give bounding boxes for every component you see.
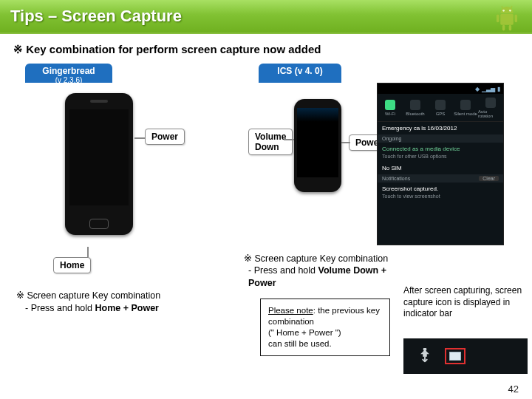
- connector: [284, 139, 294, 140]
- svg-line-8: [511, 6, 512, 9]
- shade-toggles: Wi-Fi Bluetooth GPS Silent mode Auto rot…: [378, 94, 503, 122]
- page-title: Tips – Screen Capture: [10, 7, 182, 26]
- svg-rect-1: [497, 15, 499, 23]
- svg-rect-3: [502, 25, 505, 31]
- indicator-bar-sample: [403, 338, 528, 374]
- phone-ics: [294, 99, 341, 192]
- shade-clear-button: Clear: [479, 176, 499, 181]
- after-capture-text: After screen capturing, screen capture i…: [403, 285, 528, 320]
- connector: [134, 137, 145, 139]
- callout-home-gb: Home: [53, 257, 91, 273]
- svg-rect-2: [515, 15, 518, 23]
- tab-gingerbread-version: (v 2.3.6): [37, 76, 100, 84]
- svg-point-5: [502, 10, 505, 12]
- tab-gingerbread-label: Gingerbread: [42, 66, 95, 76]
- phone-gingerbread: [65, 93, 133, 235]
- gingerbread-key-combination-text: ※ Screen capture Key combination - Press…: [16, 290, 208, 315]
- ics-shade-screenshot: ◆▁▃▅▮ Wi-Fi Bluetooth GPS Silent mode Au…: [377, 83, 504, 245]
- capture-icon: [445, 348, 466, 364]
- title-bar: Tips – Screen Capture: [0, 0, 532, 34]
- ics-key-combination-text: ※ Screen capture Key combination - Press…: [244, 253, 414, 289]
- shade-screenshot-captured: Screenshot captured. Touch to view scree…: [378, 183, 503, 202]
- connector: [341, 142, 350, 143]
- intro-text: ※ Key combination for perform screen cap…: [0, 34, 532, 62]
- shade-no-sim: No SIM: [378, 162, 503, 174]
- shade-connected: Connected as a media device Touch for ot…: [378, 143, 503, 162]
- svg-point-9: [424, 348, 426, 350]
- svg-rect-0: [500, 14, 514, 25]
- svg-line-7: [502, 6, 503, 9]
- toggle-bluetooth: Bluetooth: [403, 94, 428, 121]
- tab-gingerbread: Gingerbread (v 2.3.6): [25, 64, 112, 83]
- toggle-silent: Silent mode: [453, 94, 478, 121]
- shade-status-bar: ◆▁▃▅▮: [378, 83, 503, 94]
- tab-ics: ICS (v 4. 0): [259, 64, 341, 83]
- callout-volume-down: Volume Down: [248, 129, 293, 155]
- connector: [87, 247, 89, 257]
- svg-point-6: [509, 10, 511, 12]
- toggle-wifi: Wi-Fi: [378, 94, 403, 121]
- page-number: 42: [508, 383, 519, 395]
- android-icon: [491, 1, 523, 34]
- toggle-gps: GPS: [428, 94, 453, 121]
- shade-emergency: Emergency ca ls 16/03/2012: [378, 122, 503, 134]
- please-note-box: Please note: the previous key combinatio…: [260, 299, 390, 356]
- shade-section-ongoing: Ongoing: [378, 134, 503, 143]
- content-stage: Gingerbread (v 2.3.6) ICS (v 4. 0) Power…: [0, 62, 532, 399]
- tab-ics-label: ICS (v 4. 0): [277, 66, 322, 76]
- callout-power-gb: Power: [145, 129, 185, 145]
- shade-section-notifications: Notifications Clear: [378, 174, 503, 183]
- svg-rect-4: [509, 25, 512, 31]
- usb-icon: [417, 348, 433, 364]
- toggle-rotation: Auto rotation: [478, 94, 503, 121]
